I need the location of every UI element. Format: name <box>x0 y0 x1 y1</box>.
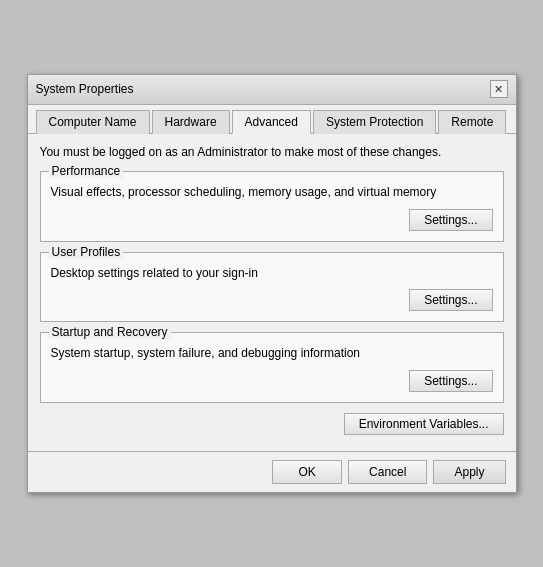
env-variables-row: Environment Variables... <box>40 413 504 435</box>
performance-description: Visual effects, processor scheduling, me… <box>51 184 493 201</box>
admin-info-text: You must be logged on as an Administrato… <box>40 144 504 161</box>
tab-remote[interactable]: Remote <box>438 110 506 134</box>
user-profiles-description: Desktop settings related to your sign-in <box>51 265 493 282</box>
tab-computer-name[interactable]: Computer Name <box>36 110 150 134</box>
startup-recovery-description: System startup, system failure, and debu… <box>51 345 493 362</box>
performance-settings-button[interactable]: Settings... <box>409 209 492 231</box>
window-title: System Properties <box>36 82 134 96</box>
user-profiles-button-row: Settings... <box>51 289 493 311</box>
performance-label: Performance <box>49 164 124 178</box>
tab-bar: Computer Name Hardware Advanced System P… <box>28 105 516 134</box>
cancel-button[interactable]: Cancel <box>348 460 427 484</box>
close-button[interactable]: ✕ <box>490 80 508 98</box>
tab-system-protection[interactable]: System Protection <box>313 110 436 134</box>
bottom-bar: OK Cancel Apply <box>28 451 516 492</box>
user-profiles-settings-button[interactable]: Settings... <box>409 289 492 311</box>
user-profiles-label: User Profiles <box>49 245 124 259</box>
user-profiles-group: User Profiles Desktop settings related t… <box>40 252 504 323</box>
tab-hardware[interactable]: Hardware <box>152 110 230 134</box>
performance-button-row: Settings... <box>51 209 493 231</box>
startup-recovery-group: Startup and Recovery System startup, sys… <box>40 332 504 403</box>
title-bar: System Properties ✕ <box>28 75 516 105</box>
environment-variables-button[interactable]: Environment Variables... <box>344 413 504 435</box>
title-bar-controls: ✕ <box>490 80 508 98</box>
startup-recovery-label: Startup and Recovery <box>49 325 171 339</box>
performance-group: Performance Visual effects, processor sc… <box>40 171 504 242</box>
close-icon: ✕ <box>494 83 503 96</box>
apply-button[interactable]: Apply <box>433 460 505 484</box>
startup-recovery-button-row: Settings... <box>51 370 493 392</box>
tab-advanced[interactable]: Advanced <box>232 110 311 134</box>
ok-button[interactable]: OK <box>272 460 342 484</box>
tab-content: You must be logged on as an Administrato… <box>28 134 516 451</box>
system-properties-window: System Properties ✕ Computer Name Hardwa… <box>27 74 517 493</box>
startup-recovery-settings-button[interactable]: Settings... <box>409 370 492 392</box>
